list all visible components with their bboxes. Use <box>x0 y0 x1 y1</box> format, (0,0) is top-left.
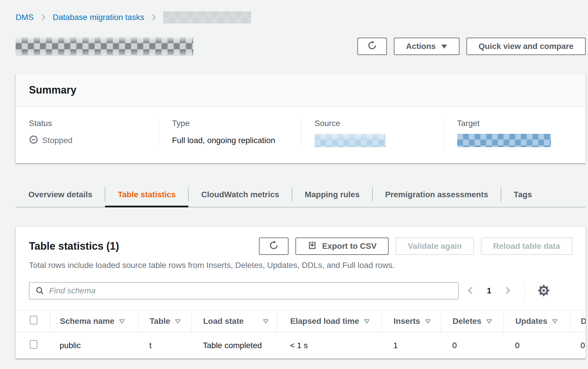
gear-icon <box>538 284 550 297</box>
quick-view-compare-button[interactable]: Quick view and compare <box>466 38 586 55</box>
breadcrumb: DMS Database migration tasks <box>16 11 586 24</box>
chevron-right-icon <box>504 286 512 296</box>
actions-button-label: Actions <box>406 42 436 51</box>
summary-card-header: Summary <box>16 74 586 107</box>
breadcrumb-link-dms[interactable]: DMS <box>16 13 34 22</box>
refresh-icon <box>367 41 377 52</box>
redacted-breadcrumb-task-name <box>163 11 251 23</box>
summary-title: Summary <box>29 84 572 96</box>
sort-icon[interactable] <box>425 317 431 326</box>
next-page-button[interactable] <box>504 286 512 296</box>
sort-icon[interactable] <box>119 317 125 326</box>
cell-table: t <box>138 332 192 359</box>
summary-status-column: Status Stopped <box>16 119 158 147</box>
tab-bar: Overview details Table statistics CloudW… <box>16 182 586 207</box>
source-label: Source <box>315 119 435 128</box>
column-header-elapsed-load-time[interactable]: Elapsed load time <box>290 317 359 326</box>
table-statistics-table-container: Schema name Table Load state Elapsed loa… <box>16 310 586 359</box>
tab-tags[interactable]: Tags <box>501 182 545 207</box>
sort-icon[interactable] <box>175 317 181 326</box>
target-label: Target <box>457 119 577 128</box>
reload-button-label: Reload table data <box>493 242 560 251</box>
quick-view-button-label: Quick view and compare <box>479 42 574 51</box>
summary-body: Status Stopped Type Full load, ongoing r… <box>16 107 586 163</box>
summary-target-column: Target <box>443 119 586 147</box>
table-row: public t Table completed < 1 s 1 0 0 0 <box>16 332 586 359</box>
tab-premigration-assessments[interactable]: Premigration assessments <box>372 182 501 207</box>
sort-icon[interactable] <box>486 317 492 326</box>
column-header-schema-name[interactable]: Schema name <box>60 317 114 326</box>
cell-load-state: Table completed <box>192 332 277 359</box>
pagination: 1 <box>466 282 572 299</box>
export-to-csv-button[interactable]: Export to CSV <box>295 238 389 255</box>
current-page-number: 1 <box>487 286 491 295</box>
tab-cloudwatch-metrics[interactable]: CloudWatch metrics <box>188 182 292 207</box>
refresh-button[interactable] <box>357 38 387 55</box>
caret-down-icon <box>441 42 447 51</box>
tab-table-statistics[interactable]: Table statistics <box>105 182 188 207</box>
redacted-page-title <box>16 37 193 56</box>
sort-icon[interactable] <box>364 317 370 326</box>
page-header: Actions Quick view and compare <box>16 37 586 56</box>
status-value: Stopped <box>42 136 72 145</box>
actions-button[interactable]: Actions <box>394 38 460 55</box>
schema-search <box>29 282 459 299</box>
table-statistics-title: Table statistics (1) <box>29 240 119 252</box>
refresh-icon <box>269 240 279 252</box>
select-all-checkbox[interactable] <box>30 316 37 324</box>
row-checkbox[interactable] <box>30 340 37 349</box>
cell-updates: 0 <box>504 332 570 359</box>
export-button-label: Export to CSV <box>322 242 376 251</box>
validate-again-button[interactable]: Validate again <box>396 238 474 255</box>
previous-page-button[interactable] <box>466 286 474 296</box>
table-statistics-table: Schema name Table Load state Elapsed loa… <box>16 310 586 359</box>
cell-deletes: 0 <box>441 332 504 359</box>
sort-icon[interactable] <box>552 317 558 326</box>
sort-icon[interactable] <box>263 317 269 326</box>
column-header-table[interactable]: Table <box>150 317 170 326</box>
type-label: Type <box>172 119 292 128</box>
redacted-target-endpoint-link[interactable] <box>457 134 551 147</box>
table-refresh-button[interactable] <box>259 238 289 255</box>
column-header-ddls[interactable]: DDLs <box>581 317 586 326</box>
table-statistics-description: Total rows include loaded source table r… <box>29 261 572 270</box>
dms-task-detail-page: DMS Database migration tasks Actions <box>0 0 588 359</box>
stopped-status-icon <box>29 135 38 146</box>
breadcrumb-link-migration-tasks[interactable]: Database migration tasks <box>53 13 144 22</box>
table-preferences-button[interactable] <box>538 284 550 297</box>
table-statistics-actions: Export to CSV Validate again Reload tabl… <box>259 238 572 255</box>
find-schema-input[interactable] <box>29 282 459 299</box>
tab-mapping-rules[interactable]: Mapping rules <box>292 182 372 207</box>
column-header-load-state[interactable]: Load state <box>203 317 244 326</box>
cell-inserts: 1 <box>382 332 441 359</box>
table-statistics-panel: Table statistics (1) Export to CSV <box>16 226 586 359</box>
cell-elapsed-load-time: < 1 s <box>277 332 382 359</box>
column-header-inserts[interactable]: Inserts <box>394 317 420 326</box>
download-icon <box>308 241 317 252</box>
reload-table-data-button[interactable]: Reload table data <box>481 238 572 255</box>
tab-overview-details[interactable]: Overview details <box>16 182 105 207</box>
column-header-updates[interactable]: Updates <box>515 317 547 326</box>
type-value: Full load, ongoing replication <box>172 136 275 145</box>
summary-source-column: Source <box>301 119 443 147</box>
summary-card: Summary Status Stopped Type Full load, o… <box>16 74 586 163</box>
validate-button-label: Validate again <box>408 242 462 251</box>
summary-type-column: Type Full load, ongoing replication <box>158 119 301 147</box>
header-actions: Actions Quick view and compare <box>357 38 586 55</box>
chevron-left-icon <box>466 286 474 296</box>
chevron-right-icon <box>40 14 46 21</box>
chevron-right-icon <box>150 14 157 21</box>
search-icon <box>35 286 45 297</box>
toolbar-divider <box>524 282 525 299</box>
cell-ddls: 0 <box>570 332 586 359</box>
redacted-source-endpoint-link[interactable] <box>315 134 385 147</box>
table-header-row: Schema name Table Load state Elapsed loa… <box>16 310 586 332</box>
cell-schema-name: public <box>50 332 138 359</box>
status-label: Status <box>29 119 150 128</box>
column-header-deletes[interactable]: Deletes <box>453 317 482 326</box>
